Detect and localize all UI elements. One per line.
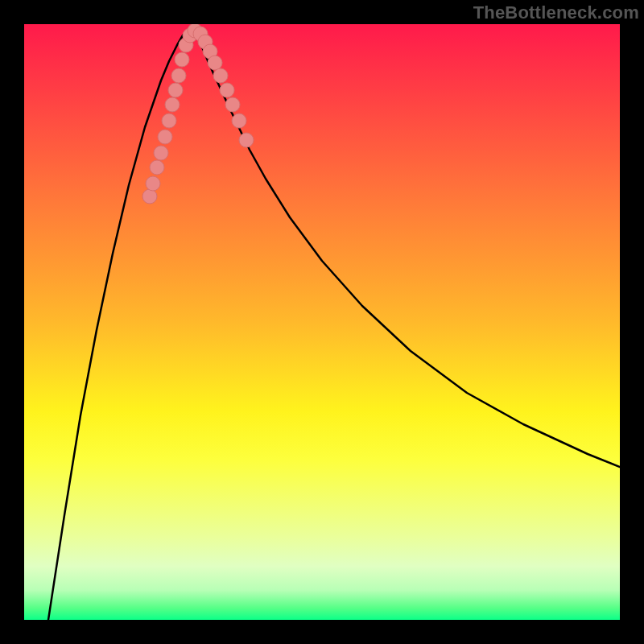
highlight-dot: [168, 83, 183, 97]
highlight-dot: [232, 114, 246, 128]
highlight-dots: [142, 24, 254, 204]
highlight-dot: [165, 97, 180, 112]
highlight-dot: [162, 114, 176, 128]
highlight-dot: [142, 189, 157, 204]
highlight-dot: [213, 68, 228, 83]
bottleneck-curve: [48, 26, 620, 620]
highlight-dot: [171, 68, 186, 83]
highlight-dot: [225, 97, 240, 112]
curves-layer: [24, 24, 620, 620]
highlight-dot: [146, 176, 160, 191]
plot-area: [24, 24, 620, 620]
curve-right-branch: [193, 26, 620, 467]
highlight-dot: [175, 52, 189, 67]
watermark-text: TheBottleneck.com: [473, 2, 639, 23]
highlight-dot: [158, 130, 172, 144]
highlight-dot: [150, 160, 164, 175]
chart-frame: TheBottleneck.com: [0, 0, 644, 644]
highlight-dot: [154, 146, 168, 160]
highlight-dot: [208, 56, 222, 70]
highlight-dot: [239, 133, 254, 147]
highlight-dot: [220, 83, 234, 97]
